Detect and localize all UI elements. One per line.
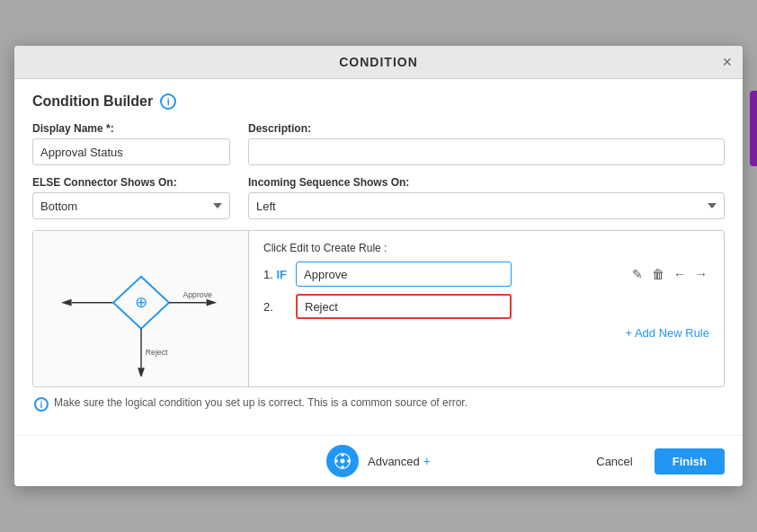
close-button[interactable]: × [722,53,732,72]
rules-area: Click Edit to Create Rule : 1. IF ✎ 🗑 ← … [249,231,724,386]
modal-body: Condition Builder i Display Name *: Desc… [14,79,743,435]
else-connector-select[interactable]: Bottom Top Left Right [32,192,230,219]
warning-info-icon: i [34,397,49,412]
description-label: Description: [248,122,725,135]
svg-point-14 [335,459,338,462]
content-area: ⊕ Approve Reject Click Edit to Create Ru… [32,230,725,387]
display-name-input[interactable] [32,138,230,165]
right-rule-1-button[interactable]: → [693,265,709,283]
add-rule-button[interactable]: + Add New Rule [625,326,709,340]
incoming-sequence-label: Incoming Sequence Shows On: [248,176,725,189]
diagram-area: ⊕ Approve Reject [33,231,249,386]
left-rule-1-button[interactable]: ← [672,265,688,283]
svg-marker-1 [60,298,71,306]
section-title-text: Condition Builder [32,93,153,110]
svg-point-13 [341,466,343,468]
else-connector-label: ELSE Connector Shows On: [32,176,230,189]
warning-row: i Make sure the logical condition you se… [32,396,725,412]
incoming-sequence-group: Incoming Sequence Shows On: Left Right T… [248,176,725,219]
display-name-group: Display Name *: [32,122,230,165]
svg-marker-8 [138,368,145,377]
warning-text: Make sure the logical condition you set … [54,396,468,409]
add-rule-row: + Add New Rule [263,326,709,340]
delete-rule-1-button[interactable]: 🗑 [650,265,666,283]
advanced-icon-button[interactable] [326,445,359,477]
form-row-1: Display Name *: Description: [32,122,725,165]
click-edit-label: Click Edit to Create Rule : [263,242,709,254]
rule-item-2: 2. [263,294,709,319]
advanced-label: Advanced + [368,454,431,468]
condition-diagram: ⊕ Approve Reject [51,242,231,377]
description-input[interactable] [248,138,725,165]
edit-rule-1-button[interactable]: ✎ [630,265,645,283]
svg-text:Approve: Approve [183,289,212,298]
description-group: Description: [248,122,725,165]
rule-number-2: 2. [263,300,289,314]
rule-input-2[interactable] [296,294,512,319]
advanced-text: Advanced [368,455,420,468]
rule-input-1[interactable] [296,262,512,287]
svg-text:⊕: ⊕ [135,292,147,310]
finish-button[interactable]: Finish [655,448,725,474]
svg-point-12 [341,454,343,457]
svg-text:Reject: Reject [145,347,167,356]
info-icon[interactable]: i [160,93,176,110]
rule-item-1: 1. IF ✎ 🗑 ← → [263,262,709,287]
svg-point-11 [340,459,344,464]
rule-icons-1: ✎ 🗑 ← → [630,265,709,283]
modal-header: CONDITION × [14,46,743,79]
section-title: Condition Builder i [32,93,725,110]
rule-number-1: 1. IF [263,268,289,281]
display-name-label: Display Name *: [32,122,230,135]
else-connector-group: ELSE Connector Shows On: Bottom Top Left… [32,176,230,219]
incoming-sequence-select[interactable]: Left Right Top Bottom [248,192,725,219]
svg-marker-5 [206,298,217,306]
cancel-button[interactable]: Cancel [583,448,645,474]
modal-title: CONDITION [339,55,418,69]
footer-buttons: Cancel Finish [583,448,725,474]
advanced-plus-icon: + [423,454,431,468]
form-row-2: ELSE Connector Shows On: Bottom Top Left… [32,176,725,219]
app-data-tab[interactable]: ‹ App Data [750,91,757,166]
if-label-1: IF [276,268,287,281]
svg-point-15 [347,459,350,462]
bottom-bar: Advanced + Cancel Finish [14,435,743,486]
